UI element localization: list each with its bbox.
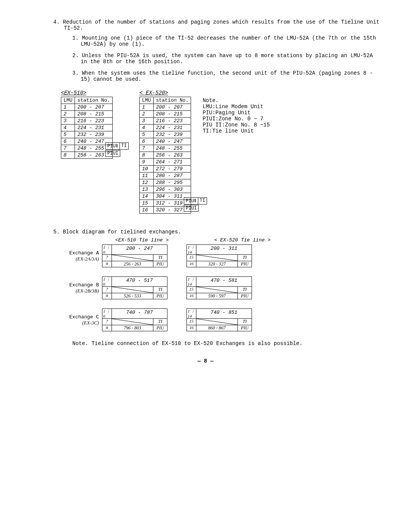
note-line-3: PIUI:Zone No. 0 ~ 7 (202, 116, 269, 122)
ex510-table: LMUstation No. 1200 - 207 2208 - 215 321… (61, 97, 113, 159)
ex520-table: LMUstation No. 1200 - 207 2208 - 215 321… (139, 97, 191, 214)
notes-block: Note. LMU:Line Modem Unit PIU:Paging Uni… (202, 90, 269, 214)
ex510-label: <EX-510> (61, 90, 86, 96)
bd-box: 1 ⋮ 14 740 - 851 15TI 16860 - 867PIU (186, 308, 252, 331)
section-5-title: Block diagram for tielined exchanges. (63, 229, 181, 235)
svg-line-3 (196, 287, 237, 293)
svg-line-2 (112, 287, 153, 293)
svg-line-4 (112, 319, 153, 325)
bd-row: Exchange B(EX-2B/3B) 1 ⋮ 6 470 - 517 7TI… (53, 276, 381, 299)
svg-line-0 (112, 255, 153, 261)
ex520-label: < EX-520> (139, 90, 168, 96)
s4-item-1: 1. Mounting one (1) piece of the TI-52 d… (72, 35, 381, 47)
ex510-side-piu2: PIUⅡ (105, 142, 120, 150)
bd-right-group: 1 ⋮ 14 470 - 581 15TI 16590 - 597PIU (186, 276, 252, 299)
svg-line-5 (196, 319, 237, 325)
station-tables-row: <EX-510> LMUstation No. 1200 - 207 2208 … (61, 90, 381, 214)
note-line-1: LMU:Line Modem Unit (202, 104, 269, 110)
bd-row: Exchange C(EX-3C) 1 ⋮ 6 740 - 787 7TI 87… (53, 308, 381, 331)
section-5: 5. Block diagram for tielined exchanges.… (53, 229, 381, 347)
block-diagram-rows: Exchange A(EX-2A/3A) 1 ⋮ 6 200 - 247 7TI… (53, 244, 381, 331)
bd-box: 1 ⋮ 14 200 - 311 15TI 16320 - 327PIU (186, 244, 252, 267)
bd-box: 1 ⋮ 14 470 - 581 15TI 16590 - 597PIU (186, 276, 252, 299)
ex510-hdr-l: LMU (61, 97, 75, 104)
ex510-side-ti: TI (119, 142, 129, 150)
ex510-side-piu1: PIUI (105, 150, 120, 157)
block-diagram-headings: <EX-510 Tie line > < EX-520 Tie line > (102, 237, 381, 243)
ex520-hdr-r: station No. (153, 97, 191, 104)
section-5-heading: 5. Block diagram for tielined exchanges. (53, 229, 381, 235)
ex520-side-piu1: PIUI (184, 205, 199, 212)
bd-right-group: 1 ⋮ 14 200 - 311 15TI 16320 - 327PIU (186, 244, 252, 267)
bd-row-label: Exchange B(EX-2B/3B) (53, 282, 102, 294)
bd-head-left: <EX-510 Tie line > (102, 237, 182, 243)
section-4-title: Reduction of the number of stations and … (63, 19, 379, 31)
section-4: 4. Reduction of the number of stations a… (53, 19, 381, 82)
bd-left-group: 1 ⋮ 6 200 - 247 7TI 8256 - 263PIU (102, 244, 167, 267)
bd-row-label: Exchange C(EX-3C) (53, 314, 102, 326)
section-4-heading: 4. Reduction of the number of stations a… (53, 19, 381, 31)
bd-box: 1 ⋮ 6 470 - 517 7TI 8526 - 533PIU (102, 276, 167, 299)
bd-box: 1 ⋮ 6 740 - 787 7TI 8796 - 803PIU (102, 308, 167, 331)
bd-right-group: 1 ⋮ 14 740 - 851 15TI 16860 - 867PIU (186, 308, 252, 331)
table-ex520: < EX-520> LMUstation No. 1200 - 207 2208… (139, 90, 191, 214)
section-5-footnote: Note. Tieline connection of EX-510 to EX… (72, 340, 381, 347)
notes-heading: Note. (202, 97, 269, 104)
ex510-hdr-r: station No. (75, 97, 113, 104)
page-number: — 8 — (30, 358, 381, 364)
s4-item-3: 3. When the system uses the tieline func… (72, 70, 381, 82)
ex520-side-piu2: PIUⅡ (184, 197, 198, 204)
section-5-num: 5. (53, 229, 60, 235)
bd-row-label: Exchange A(EX-2A/3A) (53, 250, 102, 262)
note-line-5: TI:Tie line Unit (202, 128, 269, 134)
section-4-num: 4. (53, 19, 60, 25)
bd-left-group: 1 ⋮ 6 740 - 787 7TI 8796 - 803PIU (102, 308, 167, 331)
svg-line-1 (196, 255, 237, 261)
ex520-side-ti: TI (198, 197, 207, 204)
s4-item-2: 2. Unless the PIU-52A is used, the syste… (72, 53, 381, 65)
bd-left-group: 1 ⋮ 6 470 - 517 7TI 8526 - 533PIU (102, 276, 167, 299)
section-4-items: 1. Mounting one (1) piece of the TI-52 d… (72, 35, 381, 82)
table-ex510: <EX-510> LMUstation No. 1200 - 207 2208 … (61, 90, 113, 214)
bd-box: 1 ⋮ 6 200 - 247 7TI 8256 - 263PIU (102, 244, 167, 267)
bd-row: Exchange A(EX-2A/3A) 1 ⋮ 6 200 - 247 7TI… (53, 244, 381, 267)
note-line-4: PIU II:Zone No. 8 ~15 (202, 122, 269, 128)
note-line-2: PIU:Paging Unit (202, 110, 269, 116)
bd-head-right: < EX-520 Tie line > (202, 237, 282, 243)
ex520-hdr-l: LMU (140, 97, 153, 104)
